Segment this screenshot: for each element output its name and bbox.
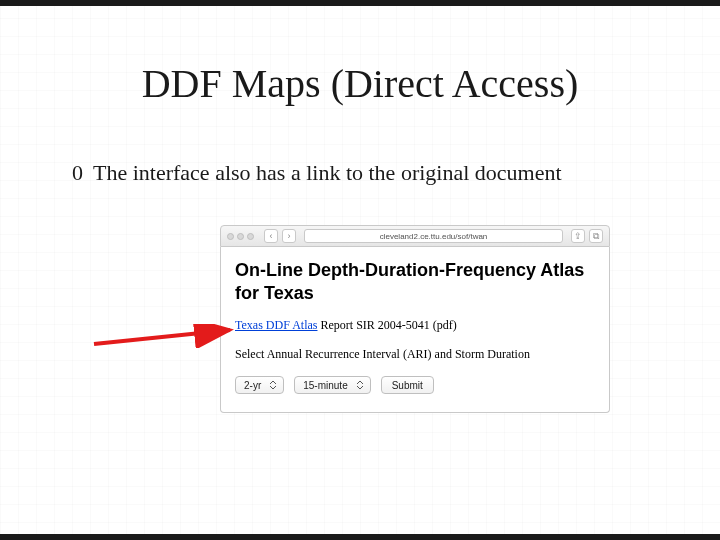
window-traffic-lights: [227, 233, 254, 240]
bullet-text: The interface also has a link to the ori…: [93, 160, 562, 186]
slide-title: DDF Maps (Direct Access): [0, 60, 720, 107]
atlas-link[interactable]: Texas DDF Atlas: [235, 318, 318, 332]
ari-select[interactable]: 2-yr: [235, 376, 284, 394]
nav-back-button[interactable]: ‹: [264, 229, 278, 243]
browser-screenshot: ‹ › cleveland2.ce.ttu.edu/sof/twan ⇪ ⧉ O…: [220, 225, 610, 413]
callout-arrow: [92, 324, 242, 348]
atlas-link-suffix: Report SIR 2004-5041 (pdf): [318, 318, 457, 332]
tabs-icon[interactable]: ⧉: [589, 229, 603, 243]
chevron-updown-icon: [354, 379, 366, 391]
browser-toolbar: ‹ › cleveland2.ce.ttu.edu/sof/twan ⇪ ⧉: [220, 225, 610, 247]
slide: DDF Maps (Direct Access) 0 The interface…: [0, 0, 720, 540]
duration-select[interactable]: 15-minute: [294, 376, 370, 394]
submit-button[interactable]: Submit: [381, 376, 434, 394]
select-prompt: Select Annual Recurrence Interval (ARI) …: [235, 347, 595, 362]
bullet-row: 0 The interface also has a link to the o…: [72, 160, 660, 186]
atlas-link-line: Texas DDF Atlas Report SIR 2004-5041 (pd…: [235, 318, 595, 333]
share-icon[interactable]: ⇪: [571, 229, 585, 243]
controls-row: 2-yr 15-minute Submit: [235, 376, 595, 394]
nav-forward-button[interactable]: ›: [282, 229, 296, 243]
page-heading: On-Line Depth-Duration-Frequency Atlas f…: [235, 259, 595, 304]
svg-line-0: [94, 330, 230, 344]
chevron-updown-icon: [267, 379, 279, 391]
ari-select-value: 2-yr: [244, 380, 261, 391]
address-bar[interactable]: cleveland2.ce.ttu.edu/sof/twan: [304, 229, 563, 243]
browser-page: On-Line Depth-Duration-Frequency Atlas f…: [220, 247, 610, 413]
duration-select-value: 15-minute: [303, 380, 347, 391]
bullet-marker: 0: [72, 160, 83, 186]
